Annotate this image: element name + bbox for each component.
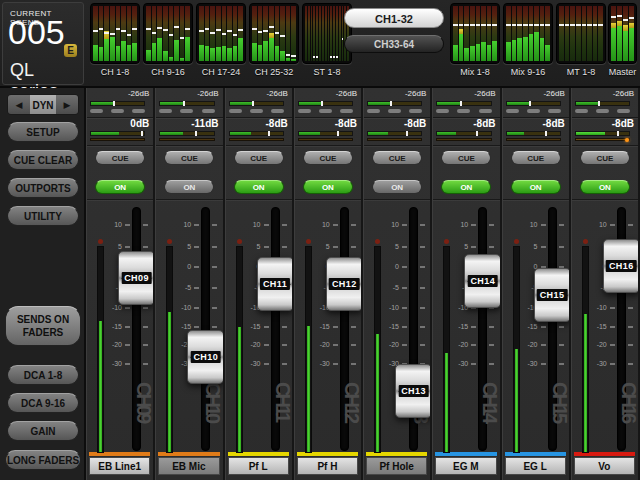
scale-tick-left [402,266,407,268]
scale-tick-left [264,224,269,226]
meter-bar-fill [275,46,280,61]
scale-tick-label: -20 [382,341,399,348]
channel-level-meter [166,246,173,453]
on-button[interactable]: ON [511,180,561,194]
scale-tick-left [264,326,269,328]
meter-bar [238,6,243,61]
gate-led [298,109,311,113]
gate-led [367,109,380,113]
on-button[interactable]: ON [372,180,422,194]
fader-knob[interactable]: CH13 [395,364,432,418]
fader-knob-label: CH16 [606,260,637,272]
meter-bar-yellow [629,23,634,28]
on-button[interactable]: ON [303,180,353,194]
fader-knob-label: CH09 [121,272,152,284]
dyn-meter-fill [437,102,459,105]
scale-tick-right [420,344,425,346]
meter-peak-dash [146,28,151,30]
meter-peak-dash [174,26,179,28]
fader-knob[interactable]: CH15 [534,268,571,322]
divider [156,199,222,200]
fader-knob[interactable]: CH16 [603,239,640,293]
scene-panel[interactable]: CURRENT SCENE 005 E QL series [2,2,84,85]
scale-tick-label: -10 [590,304,607,311]
bank-button-ch1-32[interactable]: CH1-32 [344,8,444,28]
scale-tick-left [610,224,615,226]
cue-button[interactable]: CUE [372,151,422,165]
meter-peak-dash [258,31,263,33]
on-button[interactable]: ON [441,180,491,194]
meter-bar [517,6,522,61]
meter-group-mix-1-8[interactable]: Mix 1-8 [450,3,500,77]
utility-button[interactable]: UTILITY [7,206,79,226]
prev-arrow-button[interactable]: ◀ [8,95,30,114]
on-button[interactable]: ON [580,180,630,194]
cue-button[interactable]: CUE [234,151,284,165]
fader-knob[interactable]: CH12 [326,257,363,311]
meter-bar [598,6,603,61]
channel-level-meter [97,246,104,453]
gate-led [159,109,172,113]
fader-knob[interactable]: CH09 [118,251,155,305]
scale-tick-label: 10 [244,221,261,228]
on-button[interactable]: ON [95,180,145,194]
cue-button[interactable]: CUE [580,151,630,165]
fader-knob[interactable]: CH10 [187,330,224,384]
fader-knob[interactable]: CH14 [464,254,501,308]
meter-bar [252,6,257,61]
gate-indicators [90,109,145,113]
scale-tick-left [610,307,615,309]
dyn-meter-value: -26dB [266,89,287,98]
meter-bar [342,6,344,61]
dyn-selector-label[interactable]: DYN [30,95,56,114]
strip-ch12: -26dB-8dBCUEON1050-5-10-15-20-30CH12CH12… [294,88,363,480]
meter-peak-dash [523,24,528,26]
gate-led [111,109,124,113]
ql-console-screen: CURRENT SCENE 005 E QL series CH 1-8CH 9… [0,0,640,480]
meter-bar-fill [470,46,475,61]
meter-group-mt-1-8[interactable]: MT 1-8 [556,3,606,77]
meter-peak-dash [269,26,274,28]
setup-button[interactable]: SETUP [7,122,79,142]
meter-group-mix-9-16[interactable]: Mix 9-16 [503,3,553,77]
scale-tick-label: -15 [174,323,191,330]
sends-on-faders-button[interactable]: SENDS ON FADERS [5,306,81,346]
long-faders-button[interactable]: LONG FADERS [5,450,81,470]
outports-button[interactable]: OUTPORTS [7,178,79,198]
next-arrow-button[interactable]: ▶ [56,95,78,114]
meter-group-master[interactable]: Master [608,3,637,77]
meter-group-ch-25-32[interactable]: CH 25-32 [249,3,299,77]
cue-button[interactable]: CUE [95,151,145,165]
cue-button[interactable]: CUE [164,151,214,165]
dyn-meter-bar [229,101,284,106]
meter-group-ch-17-24[interactable]: CH 17-24 [196,3,246,77]
on-button[interactable]: ON [164,180,214,194]
gain-button[interactable]: GAIN [7,421,79,441]
meter-bar-fill [258,45,263,61]
fader-knob[interactable]: CH11 [257,257,294,311]
dyn-meter-value: -26dB [128,89,149,98]
scale-tick-right [212,307,217,309]
dca-9-16-button[interactable]: DCA 9-16 [7,393,79,413]
gain-meter-fill [368,132,388,135]
meter-bar [286,6,291,61]
gain-meter-tick [268,131,270,136]
cue-button[interactable]: CUE [441,151,491,165]
meter-group-ch-1-8[interactable]: CH 1-8 [90,3,140,77]
gate-indicators [367,109,422,113]
meter-peak-dash [481,24,486,26]
meter-group-label: MT 1-8 [556,67,606,77]
meter-peak-dash [459,24,464,26]
cue-button[interactable]: CUE [511,151,561,165]
meter-bar-fill [238,38,243,61]
meter-group-ch-9-16[interactable]: CH 9-16 [143,3,193,77]
meter-peak-dash [99,28,104,30]
cue-clear-button[interactable]: CUE CLEAR [7,150,79,170]
dca-1-8-button[interactable]: DCA 1-8 [7,365,79,385]
cue-button[interactable]: CUE [303,151,353,165]
meter-peak-dash [330,56,332,58]
on-button[interactable]: ON [234,180,284,194]
bank-button-ch33-64[interactable]: CH33-64 [344,35,444,53]
meter-bar [459,6,464,61]
meter-bar [529,6,534,61]
